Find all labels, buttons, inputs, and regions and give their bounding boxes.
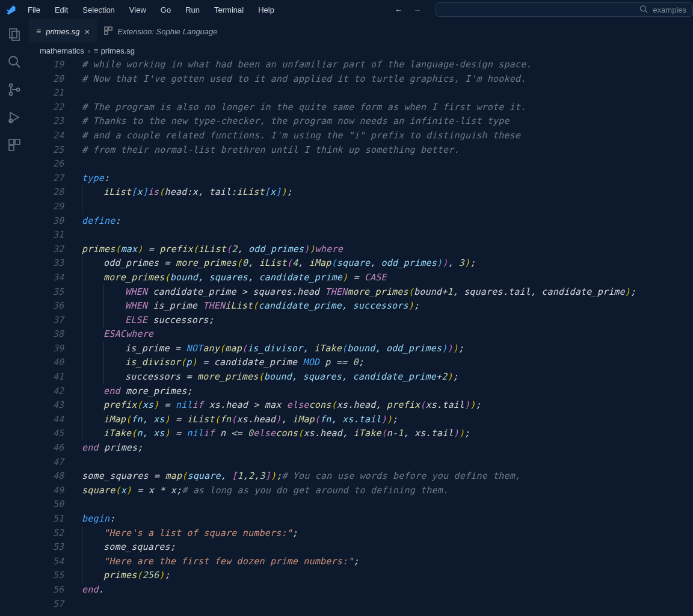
file-icon: ≡ <box>94 46 99 55</box>
svg-rect-11 <box>15 140 20 144</box>
line-number-gutter: 1920212223242526272829303132333435363738… <box>29 58 77 616</box>
title-bar: File Edit Selection View Go Run Terminal… <box>0 0 693 19</box>
svg-point-7 <box>10 93 13 96</box>
menu-view[interactable]: View <box>123 3 152 17</box>
code-editor[interactable]: 1920212223242526272829303132333435363738… <box>29 58 693 616</box>
breadcrumb-file[interactable]: ≡primes.sg <box>94 46 135 55</box>
menu-edit[interactable]: Edit <box>49 3 74 17</box>
search-icon <box>639 5 648 15</box>
tab-extension[interactable]: Extension: Sophie Language <box>97 19 224 43</box>
tab-primes[interactable]: ≡ primes.sg × <box>29 19 97 43</box>
extensions-icon[interactable] <box>7 137 22 153</box>
editor-tabs: ≡ primes.sg × Extension: Sophie Language <box>29 19 693 43</box>
tab-label: primes.sg <box>46 27 79 36</box>
svg-rect-12 <box>9 146 14 150</box>
breadcrumb-folder[interactable]: mathematics <box>40 46 84 55</box>
menu-selection[interactable]: Selection <box>76 3 120 17</box>
svg-rect-15 <box>105 31 108 34</box>
svg-rect-13 <box>105 26 108 29</box>
breadcrumb: mathematics › ≡primes.sg <box>29 43 693 58</box>
editor-main: ≡ primes.sg × Extension: Sophie Language… <box>29 19 693 616</box>
close-icon[interactable]: × <box>85 26 90 37</box>
activity-bar <box>0 19 29 616</box>
menu-run[interactable]: Run <box>179 3 206 17</box>
run-debug-icon[interactable] <box>7 109 22 125</box>
extension-icon <box>104 26 112 37</box>
svg-rect-2 <box>10 29 17 38</box>
menu-bar: File Edit Selection View Go Run Terminal… <box>22 3 280 17</box>
nav-back-icon[interactable]: ← <box>395 5 402 14</box>
svg-rect-14 <box>109 26 112 29</box>
menu-file[interactable]: File <box>22 3 46 17</box>
svg-line-1 <box>645 10 648 13</box>
command-center[interactable]: examples <box>436 2 693 17</box>
svg-point-6 <box>10 84 13 87</box>
svg-line-5 <box>16 64 20 67</box>
nav-arrows: ← → <box>395 5 421 14</box>
svg-point-0 <box>641 5 646 11</box>
search-icon[interactable] <box>7 54 22 70</box>
explorer-icon[interactable] <box>7 26 22 42</box>
vscode-logo-icon <box>0 4 22 15</box>
svg-rect-3 <box>12 31 19 40</box>
search-placeholder: examples <box>653 5 686 14</box>
svg-point-4 <box>9 57 17 65</box>
tab-label: Extension: Sophie Language <box>117 27 217 36</box>
menu-help[interactable]: Help <box>252 3 280 17</box>
file-icon: ≡ <box>36 26 41 36</box>
menu-go[interactable]: Go <box>155 3 177 17</box>
svg-rect-10 <box>9 140 14 144</box>
code-content[interactable]: # while working in what had been an unfa… <box>77 58 693 616</box>
source-control-icon[interactable] <box>7 82 22 97</box>
menu-terminal[interactable]: Terminal <box>208 3 250 17</box>
svg-point-8 <box>17 88 20 91</box>
chevron-right-icon: › <box>88 46 90 55</box>
nav-forward-icon[interactable]: → <box>413 5 421 14</box>
